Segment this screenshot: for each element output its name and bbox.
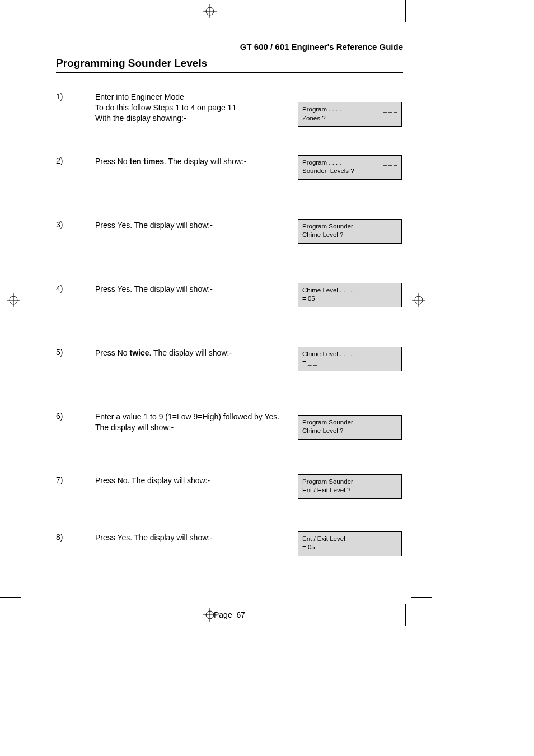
step-number: 5)	[56, 348, 63, 357]
step-number: 2)	[56, 156, 63, 165]
step-text: Press Yes. The display will show:-	[95, 533, 285, 543]
step-text: Enter into Engineer Mode To do this foll…	[95, 92, 285, 124]
page-label: Page	[214, 610, 232, 619]
step-item: 6) Enter a value 1 to 9 (1=Low 9=High) f…	[56, 412, 403, 443]
step-text-fragment: Press No	[95, 157, 129, 166]
lcd-cursor: _ _ _	[383, 158, 397, 167]
step-number: 8)	[56, 533, 63, 542]
lcd-line2: Sounder Levels ?	[302, 167, 397, 176]
crop-mark	[0, 597, 21, 598]
lcd-line1: Program Sounder	[302, 418, 397, 427]
step-number: 1)	[56, 92, 63, 101]
step-number: 7)	[56, 475, 63, 484]
lcd-display: Program . . . ._ _ _ Zones ?	[298, 102, 402, 127]
step-text-bold: ten times	[129, 157, 163, 166]
step-item: 7) Press No. The display will show:- Pro…	[56, 475, 403, 507]
running-header: GT 600 / 601 Engineer's Reference Guide	[56, 42, 403, 52]
lcd-line2: Chime Level ?	[302, 427, 397, 436]
lcd-display: Program Sounder Chime Level ?	[298, 219, 402, 244]
step-text: Press No ten times. The display will sho…	[95, 156, 285, 167]
step-item: 3) Press Yes. The display will show:- Pr…	[56, 220, 403, 251]
lcd-display: Chime Level . . . . . = _ _	[298, 347, 402, 371]
lcd-display: Ent / Exit Level = 05	[298, 531, 402, 556]
step-text: Press Yes. The display will show:-	[95, 220, 285, 231]
step-text: Enter a value 1 to 9 (1=Low 9=High) foll…	[95, 412, 285, 433]
lcd-display: Program . . . ._ _ _ Sounder Levels ?	[298, 155, 402, 180]
step-text-bold: twice	[129, 348, 149, 357]
page-content: GT 600 / 601 Engineer's Reference Guide …	[56, 42, 403, 564]
step-number: 6)	[56, 412, 63, 421]
step-text-fragment: Press No	[95, 348, 129, 357]
step-text: Press No twice. The display will show:-	[95, 348, 285, 358]
step-item: 2) Press No ten times. The display will …	[56, 156, 403, 188]
page-footer: Page 67	[56, 610, 403, 619]
crop-mark	[27, 604, 27, 626]
crop-mark	[405, 0, 406, 22]
crop-mark	[405, 604, 406, 626]
lcd-display: Chime Level . . . . . = 05	[298, 283, 402, 307]
registration-mark-icon	[7, 293, 20, 307]
lcd-line2: Zones ?	[302, 114, 397, 123]
lcd-line1: Program . . . .	[302, 106, 341, 113]
lcd-line1: Program Sounder	[302, 478, 397, 487]
lcd-display: Program Sounder Ent / Exit Level ?	[298, 474, 402, 499]
step-item: 4) Press Yes. The display will show:- Ch…	[56, 284, 403, 315]
lcd-line2: = 05	[302, 543, 397, 552]
step-text: Press No. The display will show:-	[95, 475, 285, 486]
step-number: 3)	[56, 220, 63, 229]
lcd-line1: Program . . . .	[302, 159, 341, 166]
step-item: 5) Press No twice. The display will show…	[56, 348, 403, 379]
lcd-line2: Ent / Exit Level ?	[302, 486, 397, 495]
step-number: 4)	[56, 284, 63, 293]
step-item: 8) Press Yes. The display will show:- En…	[56, 533, 403, 564]
lcd-display: Program Sounder Chime Level ?	[298, 415, 402, 440]
step-text: Press Yes. The display will show:-	[95, 284, 285, 295]
lcd-line2: Chime Level ?	[302, 231, 397, 240]
lcd-cursor: _ _ _	[383, 105, 397, 114]
step-text-fragment: . The display will show:-	[164, 157, 247, 166]
crop-mark	[430, 300, 430, 323]
registration-mark-icon	[412, 293, 425, 307]
sheet: GT 600 / 601 Engineer's Reference Guide …	[0, 0, 534, 756]
lcd-line1: Program Sounder	[302, 222, 397, 231]
lcd-line1: Ent / Exit Level	[302, 535, 397, 544]
steps-list: 1) Enter into Engineer Mode To do this f…	[56, 92, 403, 564]
step-item: 1) Enter into Engineer Mode To do this f…	[56, 92, 403, 124]
lcd-line1: Chime Level . . . . .	[302, 286, 397, 295]
step-text-fragment: . The display will show:-	[149, 348, 232, 357]
lcd-line1: Chime Level . . . . .	[302, 350, 397, 359]
lcd-line2: = _ _	[302, 358, 397, 367]
section-title: Programming Sounder Levels	[56, 57, 403, 73]
page-number: 67	[236, 610, 245, 619]
crop-mark	[411, 597, 432, 598]
registration-mark-icon	[203, 4, 217, 18]
crop-mark	[27, 0, 27, 22]
lcd-line2: = 05	[302, 295, 397, 304]
